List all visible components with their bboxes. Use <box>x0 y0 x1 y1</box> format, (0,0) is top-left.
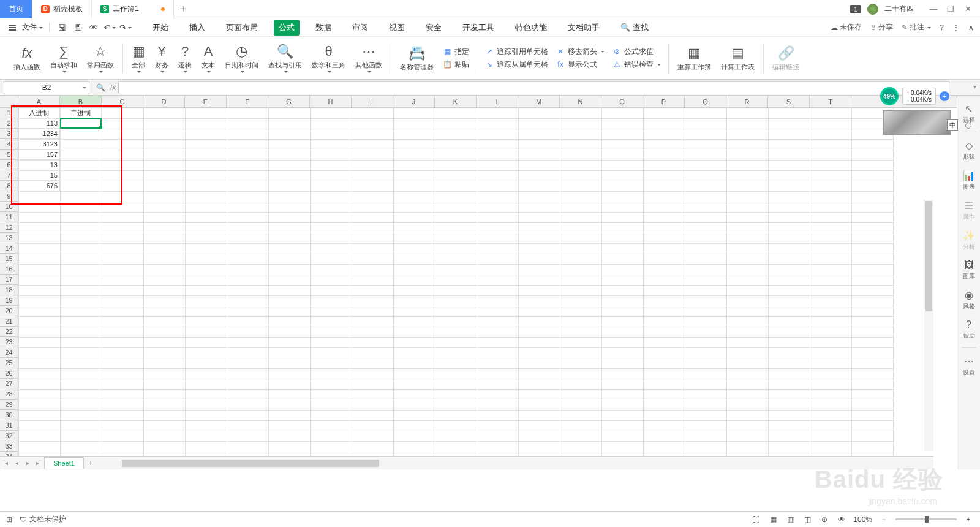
cell-A3[interactable]: 1234 <box>18 129 60 139</box>
row-header-16[interactable]: 16 <box>0 264 18 275</box>
row-header-7[interactable]: 7 <box>0 170 18 181</box>
row-header-15[interactable]: 15 <box>0 254 18 264</box>
formula-bar-expand-icon[interactable]: ▾ <box>973 83 976 90</box>
zoom-slider[interactable] <box>895 518 957 520</box>
zoom-in-button[interactable]: + <box>963 514 974 525</box>
row-header-30[interactable]: 30 <box>0 410 18 420</box>
tab-formula[interactable]: 公式 <box>274 20 300 36</box>
view-normal-icon[interactable]: ▦ <box>767 514 778 525</box>
row-header-26[interactable]: 26 <box>0 368 18 379</box>
remove-arrows-button[interactable]: ✕移去箭头 <box>556 47 605 57</box>
col-header-C[interactable]: C <box>102 96 143 107</box>
recalc-sheet-button[interactable]: ▤计算工作表 <box>716 39 760 77</box>
all-fn-button[interactable]: ▦全部 <box>127 39 150 77</box>
row-header-12[interactable]: 12 <box>0 222 18 233</box>
insert-function-button[interactable]: fx插入函数 <box>9 39 45 77</box>
maximize-button[interactable]: ❐ <box>943 2 958 17</box>
row-header-10[interactable]: 10 <box>0 202 18 212</box>
share-button[interactable]: ⇪ 分享 <box>870 22 893 32</box>
vertical-scrollbar[interactable] <box>924 200 933 451</box>
sheet-nav-first[interactable]: |◂ <box>0 460 11 466</box>
view-split-icon[interactable]: ◫ <box>802 514 813 525</box>
finance-fn-button[interactable]: ¥财务 <box>150 39 173 77</box>
add-tab-button[interactable]: ＋ <box>174 0 192 18</box>
row-header-6[interactable]: 6 <box>0 160 18 170</box>
tab-security[interactable]: 安全 <box>421 20 447 36</box>
float-dot-icon[interactable] <box>965 123 971 129</box>
more-icon[interactable]: ⋮ <box>952 23 960 32</box>
col-header-Q[interactable]: Q <box>685 96 726 107</box>
view-freeze-icon[interactable]: ⊕ <box>819 514 830 525</box>
col-header-J[interactable]: J <box>393 96 435 107</box>
row-header-11[interactable]: 11 <box>0 212 18 222</box>
col-header-L[interactable]: L <box>477 96 518 107</box>
col-header-B[interactable]: B <box>60 96 102 107</box>
collapse-ribbon-icon[interactable]: ∧ <box>968 23 974 32</box>
logic-fn-button[interactable]: ?逻辑 <box>173 39 197 77</box>
tab-view[interactable]: 视图 <box>384 20 410 36</box>
row-header-28[interactable]: 28 <box>0 389 18 400</box>
cancel-fx-icon[interactable]: 🔍 <box>93 83 108 92</box>
col-header-M[interactable]: M <box>518 96 560 107</box>
col-header-G[interactable]: G <box>268 96 310 107</box>
text-fn-button[interactable]: A文本 <box>197 39 220 77</box>
sidebar-gallery[interactable]: 🖼图库 <box>959 256 979 284</box>
sidebar-settings[interactable]: ⋯设置 <box>959 352 979 381</box>
row-header-22[interactable]: 22 <box>0 327 18 337</box>
row-header-25[interactable]: 25 <box>0 358 18 368</box>
recalc-workbook-button[interactable]: ▦重算工作簿 <box>673 39 716 77</box>
minimize-button[interactable]: — <box>926 2 941 17</box>
col-header-I[interactable]: I <box>352 96 393 107</box>
name-box[interactable]: B2 <box>4 81 89 94</box>
paste-name-button[interactable]: 📋粘贴 <box>442 59 469 70</box>
spreadsheet-grid[interactable]: ABCDEFGHIJKLMNOPQRST 1234567891011121314… <box>0 96 957 469</box>
network-badge[interactable]: 49% 0.04K/s 0.04K/s + <box>880 87 949 105</box>
row-header-24[interactable]: 24 <box>0 347 18 358</box>
cell-A1[interactable]: 八进制 <box>18 108 60 118</box>
row-header-5[interactable]: 5 <box>0 150 18 160</box>
cell-B1[interactable]: 二进制 <box>60 108 102 118</box>
username[interactable]: 二十有四 <box>884 4 914 14</box>
ime-indicator[interactable]: 中 <box>947 119 958 131</box>
plus-circle-icon[interactable]: + <box>940 91 949 101</box>
doc-protect-status[interactable]: 🛡 文档未保护 <box>20 514 66 525</box>
tab-doke-template[interactable]: D稻壳模板 <box>32 0 92 18</box>
tab-dev-tools[interactable]: 开发工具 <box>458 20 499 36</box>
row-header-33[interactable]: 33 <box>0 441 18 452</box>
col-header-P[interactable]: P <box>643 96 685 107</box>
user-avatar[interactable] <box>867 4 878 15</box>
col-header-R[interactable]: R <box>726 96 768 107</box>
row-header-13[interactable]: 13 <box>0 233 18 243</box>
view-reading-icon[interactable]: 👁 <box>836 514 847 525</box>
row-header-17[interactable]: 17 <box>0 275 18 285</box>
sidebar-style[interactable]: ◉风格 <box>959 286 979 314</box>
assign-button[interactable]: ▦指定 <box>442 47 469 57</box>
row-header-8[interactable]: 8 <box>0 181 18 191</box>
row-header-27[interactable]: 27 <box>0 379 18 389</box>
row-header-29[interactable]: 29 <box>0 400 18 410</box>
file-menu[interactable]: 文件 <box>22 22 43 32</box>
search-menu[interactable]: 🔍 查找 <box>616 20 654 36</box>
tab-page-layout[interactable]: 页面布局 <box>221 20 263 36</box>
undo-icon[interactable]: ↶ <box>104 21 116 34</box>
tab-features[interactable]: 特色功能 <box>510 20 552 36</box>
sheet-nav-next[interactable]: ▸ <box>22 460 33 466</box>
col-header-T[interactable]: T <box>810 96 851 107</box>
row-header-3[interactable]: 3 <box>0 129 18 139</box>
sidebar-chart[interactable]: 📊图表 <box>959 166 979 195</box>
row-header-23[interactable]: 23 <box>0 337 18 347</box>
row-header-19[interactable]: 19 <box>0 295 18 306</box>
help-icon[interactable]: ? <box>940 23 944 32</box>
fullscreen-icon[interactable]: ⛶ <box>750 514 761 525</box>
row-header-21[interactable]: 21 <box>0 316 18 327</box>
col-header-K[interactable]: K <box>435 96 477 107</box>
print-preview-icon[interactable]: 👁 <box>88 21 100 34</box>
view-page-icon[interactable]: ▥ <box>785 514 796 525</box>
print-icon[interactable]: 🖶 <box>72 21 84 34</box>
error-check-button[interactable]: ⚠错误检查 <box>612 59 661 70</box>
cell-A4[interactable]: 3123 <box>18 139 60 150</box>
cell-A2[interactable]: 113 <box>18 118 60 129</box>
float-thumbnail[interactable] <box>883 110 951 135</box>
col-header-A[interactable]: A <box>18 96 60 107</box>
zoom-label[interactable]: 100% <box>853 515 872 524</box>
